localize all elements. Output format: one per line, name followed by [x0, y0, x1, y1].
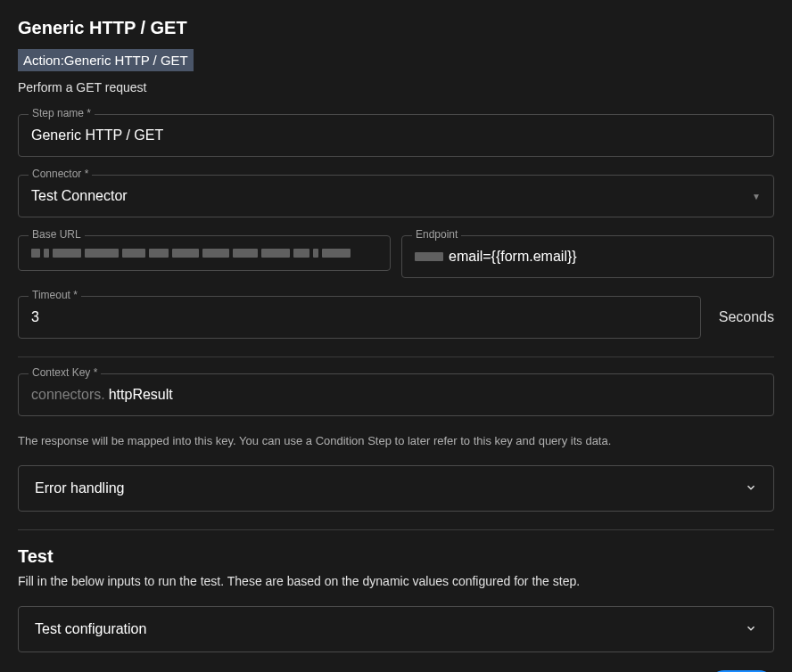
error-handling-accordion[interactable]: Error handling	[18, 465, 774, 512]
endpoint-redacted-prefix	[415, 252, 443, 261]
context-key-label: Context Key *	[29, 366, 101, 379]
test-section-title: Test	[18, 546, 774, 567]
dropdown-arrow-icon: ▼	[752, 192, 761, 201]
step-name-field: Step name *	[18, 114, 774, 157]
context-key-wrapper[interactable]: connectors.	[18, 373, 774, 416]
action-badge: Action:Generic HTTP / GET	[18, 49, 194, 71]
connector-select[interactable]: Test Connector ▼	[18, 175, 774, 217]
chevron-down-icon	[745, 622, 757, 637]
connector-field: Connector * Test Connector ▼	[18, 175, 774, 217]
divider	[18, 529, 774, 530]
endpoint-field: Endpoint email={{form.email}}	[401, 235, 774, 278]
context-key-field: Context Key * connectors.	[18, 373, 774, 416]
endpoint-value: email={{form.email}}	[449, 249, 577, 265]
context-key-help: The response will be mapped into this ke…	[18, 434, 774, 447]
context-key-input[interactable]	[109, 387, 761, 403]
base-url-field: Base URL	[18, 235, 391, 278]
test-section-desc: Fill in the below inputs to run the test…	[18, 574, 774, 588]
error-handling-title: Error handling	[35, 480, 125, 496]
test-config-title: Test configuration	[35, 621, 146, 637]
base-url-label: Base URL	[29, 228, 85, 241]
step-name-label: Step name *	[29, 107, 95, 119]
chevron-down-icon	[745, 481, 757, 496]
base-url-input	[18, 235, 391, 271]
endpoint-input[interactable]: email={{form.email}}	[401, 235, 774, 278]
context-key-prefix: connectors.	[31, 387, 105, 403]
test-config-accordion[interactable]: Test configuration	[18, 606, 774, 652]
step-name-input[interactable]	[18, 114, 774, 157]
connector-value: Test Connector	[31, 188, 128, 204]
divider	[18, 356, 774, 357]
timeout-label: Timeout *	[29, 289, 81, 301]
timeout-input[interactable]	[18, 296, 701, 339]
endpoint-label: Endpoint	[412, 228, 461, 241]
redacted-content	[31, 249, 377, 258]
connector-label: Connector *	[29, 168, 92, 180]
page-title: Generic HTTP / GET	[18, 18, 774, 38]
timeout-unit: Seconds	[719, 309, 774, 325]
subtitle: Perform a GET request	[18, 80, 774, 94]
timeout-field: Timeout *	[18, 296, 701, 339]
